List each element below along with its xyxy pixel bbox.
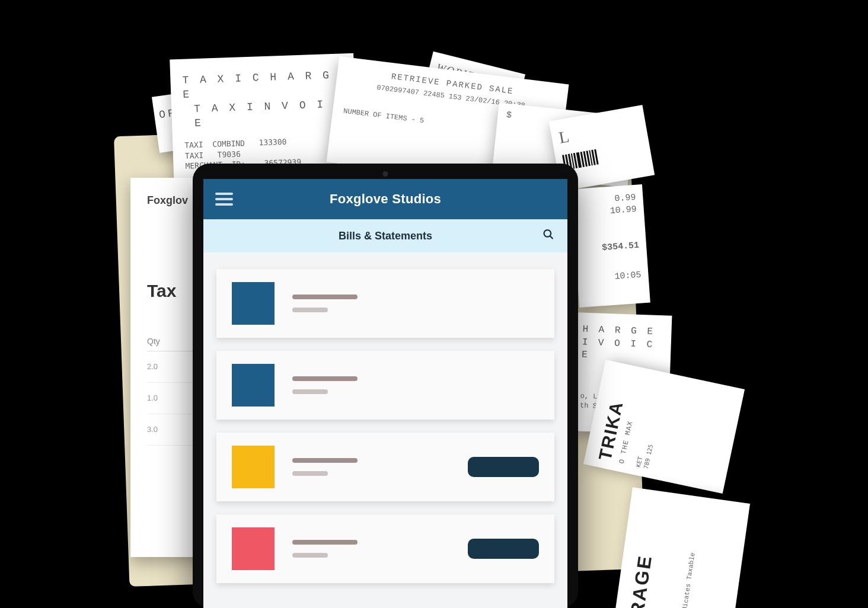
receipt-worid: WORID	[423, 52, 525, 115]
receipt-off: OFF	[152, 87, 230, 153]
app-screen: Foxglove Studios Bills & Statements	[203, 179, 567, 608]
list-item-lines	[292, 376, 539, 394]
placeholder-line	[292, 458, 358, 463]
items-line: NUMBER OF ITEMS - 5	[343, 107, 552, 142]
svg-point-0	[544, 230, 551, 237]
list-item-thumb	[232, 364, 275, 407]
rage-title: RAGE	[624, 498, 666, 608]
receipt-rage: RAGE *indicates Taxable	[614, 487, 750, 608]
list-item[interactable]	[216, 351, 554, 420]
l-tag: L	[557, 113, 640, 149]
val-b: 10.99	[579, 204, 637, 220]
harge-title: H A R G E	[582, 324, 666, 339]
trika-sub: O THE MAX	[617, 375, 644, 465]
list-item-lines	[292, 540, 450, 558]
list-item-thumb	[232, 527, 275, 570]
val-a: 0.99	[579, 192, 636, 208]
val-c: $354.51	[582, 239, 640, 255]
val-d: 10:05	[584, 269, 642, 285]
trika-title: TRIKA	[593, 370, 636, 463]
receipt-trika: TRIKA O THE MAX KET 789 125	[583, 360, 745, 494]
placeholder-line	[292, 540, 358, 545]
list-item-lines	[292, 458, 450, 476]
list-item[interactable]	[216, 269, 554, 338]
tablet-camera	[383, 171, 388, 177]
placeholder-line	[292, 471, 328, 476]
list-item-thumb	[232, 282, 275, 325]
placeholder-line	[292, 553, 328, 558]
receipt-harge: H A R G E I V O I C E o, Ltd th St,	[573, 312, 672, 434]
list-item-thumb	[232, 446, 275, 488]
status-pill	[468, 539, 539, 559]
tablet-frame: Foxglove Studios Bills & Statements	[193, 164, 578, 608]
placeholder-line	[292, 389, 328, 394]
list-item-lines	[292, 295, 539, 312]
bills-list	[203, 252, 567, 583]
barcode-icon	[562, 141, 644, 174]
receipt-values: 0.99 10.99 $354.51 10:05	[571, 184, 650, 308]
placeholder-line	[292, 376, 358, 381]
sub-header-title: Bills & Statements	[339, 230, 432, 242]
ltd-line: o, Ltd	[580, 391, 663, 404]
taxicharge-title2: T A X I N V O I C E	[194, 97, 344, 130]
trika-small: KET 789 125	[634, 378, 669, 469]
worid-label: WORID	[435, 60, 517, 93]
search-icon[interactable]	[542, 229, 554, 244]
svg-line-1	[550, 236, 553, 239]
app-title: Foxglove Studios	[233, 191, 538, 207]
list-item[interactable]	[216, 514, 554, 583]
rage-note: *indicates Taxable	[679, 505, 704, 608]
sub-header: Bills & Statements	[203, 219, 567, 252]
dollar-symbol: $	[506, 110, 512, 122]
receipt-off-label: OFF	[158, 100, 221, 123]
retrieve-title: RETRIEVE PARKED SALE	[347, 66, 557, 103]
retrieve-detail: 0702997407 22485 153 23/02/16 20:38	[346, 79, 556, 114]
taxicharge-title1: T A X I C H A R G E	[182, 68, 343, 102]
hamburger-icon[interactable]	[215, 193, 233, 206]
price-800: 800.00	[503, 137, 623, 162]
status-pill	[468, 457, 539, 477]
ivoice-title: I V O I C E	[582, 336, 665, 364]
app-header: Foxglove Studios	[203, 179, 567, 219]
st-line: th St,	[580, 401, 663, 413]
placeholder-line	[292, 308, 328, 312]
list-item[interactable]	[216, 433, 554, 501]
placeholder-line	[292, 295, 358, 299]
